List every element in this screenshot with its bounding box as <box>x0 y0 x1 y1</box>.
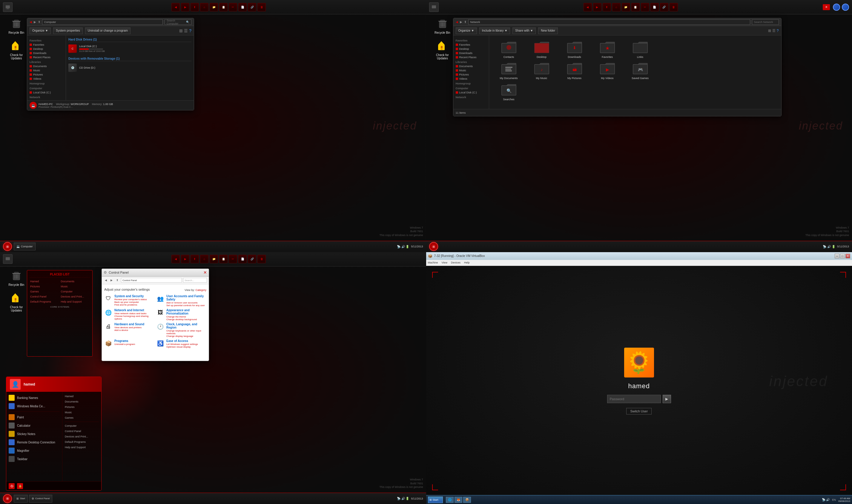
menu-magnifier[interactable]: Magnifier <box>6 446 62 455</box>
q3-btn-6[interactable]: 📋 <box>219 255 228 263</box>
vbox-menu-help[interactable]: Help <box>464 261 470 264</box>
right-pictures[interactable]: Pictures <box>63 404 101 410</box>
power-btn-q3[interactable]: ⏻ <box>8 483 15 489</box>
hw-link-2[interactable]: Add a device <box>115 329 154 331</box>
taskbar-btn-2[interactable]: ▶ <box>181 3 189 11</box>
q2-btn-8[interactable]: 📄 <box>650 3 659 11</box>
taskbar-btn-1[interactable]: ◀ <box>171 3 180 11</box>
q2-sidebar-music[interactable]: Music <box>453 68 489 73</box>
placed-item-controlpanel[interactable]: Control Panel <box>30 294 59 299</box>
running-app-computer[interactable]: 💻 Computer <box>14 242 36 250</box>
placed-item-games[interactable]: Games <box>30 289 59 294</box>
q2-sidebar-recent[interactable]: Recent Places <box>453 55 489 59</box>
q2-sidebar-localdisk[interactable]: Local Disk (C:) <box>453 90 489 95</box>
q4-app-ie[interactable]: 🌐 <box>446 497 454 503</box>
login-submit-btn[interactable]: ▶ <box>663 395 671 403</box>
ap-link-2[interactable]: Change desktop background <box>166 318 206 321</box>
net-link-2[interactable]: Choose homegroup and sharing options <box>115 315 154 320</box>
q3-btn-10[interactable]: 🗑 <box>257 255 266 263</box>
taskbar-btn-10[interactable]: 🗑 <box>257 3 266 11</box>
sidebar-desktop[interactable]: Desktop <box>27 47 66 51</box>
vbox-menu-view[interactable]: View <box>442 261 447 264</box>
ap-link-1[interactable]: Change the theme <box>166 316 206 318</box>
right-music[interactable]: Music <box>63 410 101 415</box>
q2-sidebar-pics[interactable]: Pictures <box>453 73 489 77</box>
q4-start-btn[interactable]: ⊞ Start <box>428 497 443 503</box>
q2-btn-5[interactable]: 📁 <box>622 3 630 11</box>
clock-title[interactable]: Clock, Language, and Region <box>166 323 206 329</box>
right-hamed[interactable]: Hamed <box>63 394 101 399</box>
right-help[interactable]: Help and Support <box>63 445 101 450</box>
cp-close-btn[interactable]: ✕ <box>203 270 207 275</box>
ease-title[interactable]: Ease of Access <box>166 339 206 343</box>
cp-fwd-btn[interactable]: ▶ <box>109 278 114 282</box>
placed-item-music[interactable]: Music <box>60 284 90 289</box>
programs-title[interactable]: Programs <box>115 339 154 343</box>
q2-btn-4[interactable]: ⌂ <box>612 3 621 11</box>
recycle-bin-icon-q2[interactable]: Recycle Bin <box>432 18 453 34</box>
taskbar-btn-4[interactable]: ⌂ <box>200 3 208 11</box>
updates-icon-q2[interactable]: Check for Updates <box>432 40 453 60</box>
folder-savedgames[interactable]: 🎮 Saved Games <box>625 61 655 80</box>
q2-btn-9[interactable]: 🔗 <box>660 3 668 11</box>
ss-link-2[interactable]: Back up your computer <box>115 301 154 304</box>
menu-wmc[interactable]: Windows Media Ce... <box>6 402 62 410</box>
view-by-dropdown[interactable]: Category <box>195 289 206 291</box>
menu-rdc[interactable]: Remote Desktop Connection <box>6 438 62 446</box>
q2-btn-7[interactable]: ✂ <box>641 3 649 11</box>
cl-link-1[interactable]: Change keyboards or other input methods <box>166 329 206 335</box>
vbox-minimize-btn[interactable]: ─ <box>835 254 839 258</box>
drive-c[interactable]: C Local Disk (C:) 11.9 GB free of 19.8 G… <box>68 43 191 54</box>
q2-btn-10[interactable]: 🗑 <box>670 3 678 11</box>
updates-icon[interactable]: Check for Updates <box>6 40 27 60</box>
folder-desktop[interactable]: Desktop <box>527 40 557 58</box>
q2-sidebar-videos[interactable]: Videos <box>453 77 489 81</box>
taskbar-btn-3[interactable]: ⬆ <box>191 3 199 11</box>
system-props-btn[interactable]: System properties <box>53 28 83 34</box>
view-toggle-2[interactable]: ☰ <box>184 28 188 33</box>
taskbar-btn-5[interactable]: 📁 <box>210 3 218 11</box>
q2-btn-3[interactable]: ⬆ <box>603 3 611 11</box>
login-password-input[interactable] <box>607 395 661 403</box>
vbox-close-btn[interactable]: ✕ <box>846 254 850 258</box>
folder-downloads[interactable]: ⬇ Downloads <box>560 40 590 58</box>
q3-btn-7[interactable]: ✂ <box>229 255 237 263</box>
q2-sidebar-downloads[interactable]: Downloads <box>453 51 489 55</box>
system-security-title[interactable]: System and Security <box>115 294 154 298</box>
appearance-title[interactable]: Appearance and Personalization <box>166 308 206 315</box>
cp-address[interactable]: Control Panel <box>121 278 182 283</box>
q2-btn-1[interactable]: ◀ <box>584 3 592 11</box>
q3-btn-9[interactable]: 🔗 <box>248 255 256 263</box>
right-computer[interactable]: Computer <box>63 423 101 429</box>
view-icon-q2[interactable]: ⊞ <box>768 29 771 33</box>
switch-user-btn[interactable]: Switch User <box>626 408 651 414</box>
cl-link-2[interactable]: Change display language <box>166 335 206 338</box>
folder-searches[interactable]: 🔍 Searches <box>494 83 524 101</box>
q3-btn-3[interactable]: ⬆ <box>191 255 199 263</box>
folder-mydocs[interactable]: My Documents <box>494 61 524 80</box>
sidebar-localdisk[interactable]: Local Disk (C:) <box>27 90 66 95</box>
right-devices[interactable]: Devices and Print... <box>63 434 101 439</box>
recycle-bin-icon-q3[interactable]: Recycle Bin <box>6 270 27 286</box>
taskbar-btn-7[interactable]: ✂ <box>229 3 237 11</box>
include-btn-q2[interactable]: Include in library ▼ <box>479 28 510 34</box>
lock-btn-q3[interactable]: 🔒 <box>17 483 23 489</box>
ua-link-1[interactable]: Add or remove user accounts <box>166 301 206 304</box>
cp-up-btn[interactable]: ⬆ <box>115 278 120 282</box>
q2-sidebar-desktop[interactable]: Desktop <box>453 47 489 51</box>
sidebar-recent[interactable]: Recent Places <box>27 55 66 59</box>
net-link-1[interactable]: View network status and tasks <box>115 312 154 315</box>
folder-favorites[interactable]: ★ Favorites <box>592 40 622 58</box>
placed-item-hamed[interactable]: Hamed <box>30 279 59 284</box>
network-title[interactable]: Network and Internet <box>115 308 154 312</box>
newfolder-btn-q2[interactable]: New folder <box>538 28 558 34</box>
start-button-q2[interactable]: ⊞ <box>429 242 438 251</box>
folder-mypics[interactable]: 🏔 My Pictures <box>560 61 590 80</box>
menu-calc[interactable]: Calculator <box>6 421 62 430</box>
right-games[interactable]: Games <box>63 415 101 420</box>
updates-icon-q3[interactable]: Check for Updates <box>6 292 27 312</box>
placed-item-computer[interactable]: Computer <box>60 289 90 294</box>
start-button-q3[interactable]: ⊞ <box>3 494 12 503</box>
placed-item-pictures[interactable]: Pictures <box>30 284 59 289</box>
placed-item-help[interactable]: Help and Support <box>60 300 90 304</box>
